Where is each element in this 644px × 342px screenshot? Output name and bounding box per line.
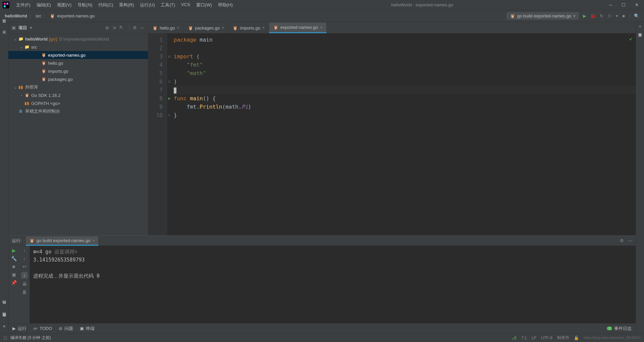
- editor-tab[interactable]: 🦉 exported-names.go ×: [269, 22, 327, 33]
- menu-window[interactable]: 窗口(W): [194, 1, 215, 9]
- left-tool-strip: 项目 ▣ 结构 ▥ 收藏夹 ★: [0, 22, 8, 333]
- trash-icon[interactable]: 🗑: [22, 289, 27, 295]
- sidebar-tab-favorites[interactable]: 收藏夹: [2, 319, 7, 321]
- tree-file[interactable]: · imports.go: [8, 67, 148, 75]
- git-branch-icon[interactable]: ⎇: [512, 336, 517, 340]
- run-toolbar-primary: ▶ 🔧 ■ ▣ 📌: [8, 246, 19, 323]
- run-config-selector[interactable]: 🦉 go build exported-names.go ▾: [506, 12, 579, 20]
- code-content[interactable]: package main import ( "fmt" "math" ) fun…: [172, 34, 636, 235]
- tree-file[interactable]: · exported-names.go: [8, 51, 148, 59]
- run-panel-header: 运行: 🦉 go build exported-names.go × ⚙ —: [8, 236, 636, 246]
- close-tab-icon[interactable]: ×: [222, 25, 224, 30]
- tree-file[interactable]: · packages.go: [8, 75, 148, 83]
- menu-view[interactable]: 视图(V): [54, 1, 74, 9]
- close-icon[interactable]: ✕: [635, 2, 639, 7]
- bottom-tab-run[interactable]: ▶运行: [12, 326, 26, 332]
- run-button[interactable]: ▶: [583, 13, 586, 18]
- project-panel-title: 项目: [18, 25, 27, 31]
- breadcrumb-root[interactable]: helloWorld: [5, 13, 27, 18]
- close-tab-icon[interactable]: ×: [177, 25, 179, 30]
- maximize-icon[interactable]: ☐: [622, 2, 626, 7]
- tree-sdk[interactable]: › Go SDK 1.16.2: [8, 91, 148, 99]
- run-output[interactable]: ⊞<4 go 设置调用> 3.141592653589793 进程完成，并显示退…: [30, 246, 636, 323]
- tree-external-libs[interactable]: ⌄▮▮ 外部库: [8, 83, 148, 91]
- sidebar-tab-database[interactable]: 数据库: [638, 29, 643, 32]
- locate-icon[interactable]: ⊕: [105, 25, 109, 30]
- project-tree[interactable]: ⌄ 📁 helloWorld [go] D:\mynotes\go\helloW…: [8, 34, 148, 235]
- structure-icon: ▥: [2, 311, 6, 316]
- stop-run-button[interactable]: ■: [12, 264, 15, 269]
- editor-tab[interactable]: 🦉 imports.go ×: [228, 22, 269, 33]
- indent-setting[interactable]: 制表符: [557, 335, 569, 341]
- output-exit-line: 进程完成，并显示退出代码 0: [33, 272, 632, 280]
- line-separator[interactable]: LF: [532, 336, 536, 340]
- hide-panel-icon[interactable]: —: [628, 238, 632, 243]
- debug-button[interactable]: 🐞: [590, 13, 596, 18]
- status-message[interactable]: 编译失败 (3 分钟 之前): [10, 335, 51, 341]
- breadcrumb-src[interactable]: src: [36, 13, 41, 18]
- menu-help[interactable]: 帮助(H): [215, 1, 235, 9]
- titlebar: 文件(F) 编辑(E) 视图(V) 导航(N) 代码(C) 重构(R) 运行(U…: [0, 0, 644, 10]
- sidebar-tab-structure[interactable]: 结构: [2, 306, 7, 308]
- expand-all-icon[interactable]: ⇲: [112, 25, 116, 30]
- menu-nav[interactable]: 导航(N): [75, 1, 95, 9]
- tree-root[interactable]: ⌄ 📁 helloWorld [go] D:\mynotes\go\helloW…: [8, 35, 148, 43]
- status-bar: ▢ 编译失败 (3 分钟 之前) ⎇ 7:1 LF UTF-8 制表符 🔓 ht…: [0, 333, 644, 342]
- go-file-icon: 🦉: [273, 25, 278, 30]
- wrap-icon[interactable]: ↩: [22, 264, 26, 269]
- bottom-tab-events[interactable]: 1 事件日志: [607, 326, 632, 332]
- chevron-down-icon[interactable]: ▾: [30, 25, 32, 30]
- project-panel-header: ▣ 项目 ▾ ⊕ ⇲ ⇱ ⚙ —: [8, 22, 148, 34]
- menu-refactor[interactable]: 重构(R): [116, 1, 137, 9]
- search-everywhere-icon[interactable]: 🔍: [630, 13, 639, 18]
- svg-rect-2: [6, 3, 8, 5]
- menu-edit[interactable]: 编辑(E): [34, 1, 54, 9]
- gear-icon[interactable]: ⚙: [620, 238, 624, 243]
- warning-icon: ⊘: [59, 326, 62, 331]
- menu-vcs[interactable]: VCS: [178, 1, 193, 9]
- tree-file[interactable]: · hello.go: [8, 59, 148, 67]
- wrench-icon[interactable]: 🔧: [11, 256, 17, 261]
- dropdown-icon[interactable]: ▾: [616, 13, 618, 18]
- pin-icon[interactable]: 📌: [11, 280, 17, 285]
- menu-tools[interactable]: 工具(T): [158, 1, 178, 9]
- rerun-button[interactable]: ▶: [12, 248, 16, 253]
- gear-icon[interactable]: ⚙: [133, 25, 137, 30]
- editor-tab[interactable]: 🦉 packages.go ×: [184, 22, 229, 33]
- hide-panel-icon[interactable]: —: [140, 25, 145, 30]
- editor-tab[interactable]: 🦉 hello.go ×: [148, 22, 184, 33]
- sidebar-tab-project[interactable]: 项目: [2, 24, 7, 27]
- caret-position[interactable]: 7:1: [521, 336, 527, 340]
- app-logo-icon: [3, 2, 9, 8]
- scroll-end-icon[interactable]: ⤓: [21, 272, 28, 279]
- tree-root-path: D:\mynotes\go\helloWorld: [59, 37, 109, 42]
- down-icon[interactable]: ↓: [23, 256, 25, 261]
- bottom-tab-terminal[interactable]: ▣终端: [80, 326, 95, 332]
- close-tab-icon[interactable]: ×: [320, 25, 322, 30]
- menu-code[interactable]: 代码(C): [96, 1, 116, 9]
- tree-scratches[interactable]: ·🗏 草稿文件和控制台: [8, 107, 148, 115]
- go-file-icon: 🦉: [29, 238, 35, 243]
- menu-file[interactable]: 文件(F): [13, 1, 33, 9]
- stop-button[interactable]: ■: [622, 13, 625, 18]
- lock-icon[interactable]: 🔓: [574, 336, 579, 340]
- run-panel-tab[interactable]: 🦉 go build exported-names.go ×: [26, 236, 99, 246]
- coverage-button[interactable]: ↻: [600, 13, 603, 18]
- file-encoding[interactable]: UTF-8: [541, 336, 552, 340]
- code-area[interactable]: ✔ 12345678910 ⊟⊏▶⊏ package main import (…: [148, 34, 636, 235]
- layout-icon[interactable]: ▣: [12, 272, 16, 277]
- minimize-icon[interactable]: ─: [609, 2, 612, 7]
- bottom-tab-todo[interactable]: ≔TODO: [33, 326, 52, 331]
- breadcrumb-file[interactable]: exported-names.go: [57, 13, 95, 18]
- up-icon[interactable]: ↑: [23, 248, 25, 253]
- tree-gopath[interactable]: ·▮▮ GOPATH <go>: [8, 99, 148, 107]
- go-file-icon: 🦉: [152, 25, 158, 31]
- menu-run[interactable]: 运行(U): [137, 1, 157, 9]
- collapse-all-icon[interactable]: ⇱: [119, 25, 123, 30]
- close-tab-icon[interactable]: ×: [262, 25, 265, 30]
- close-tab-icon[interactable]: ×: [93, 238, 95, 243]
- tree-folder-src[interactable]: ⌄📁 src: [8, 43, 148, 51]
- bottom-tab-problems[interactable]: ⊘问题: [59, 326, 73, 332]
- profile-button[interactable]: ⏲: [607, 13, 612, 18]
- print-icon[interactable]: 🖶: [22, 281, 27, 287]
